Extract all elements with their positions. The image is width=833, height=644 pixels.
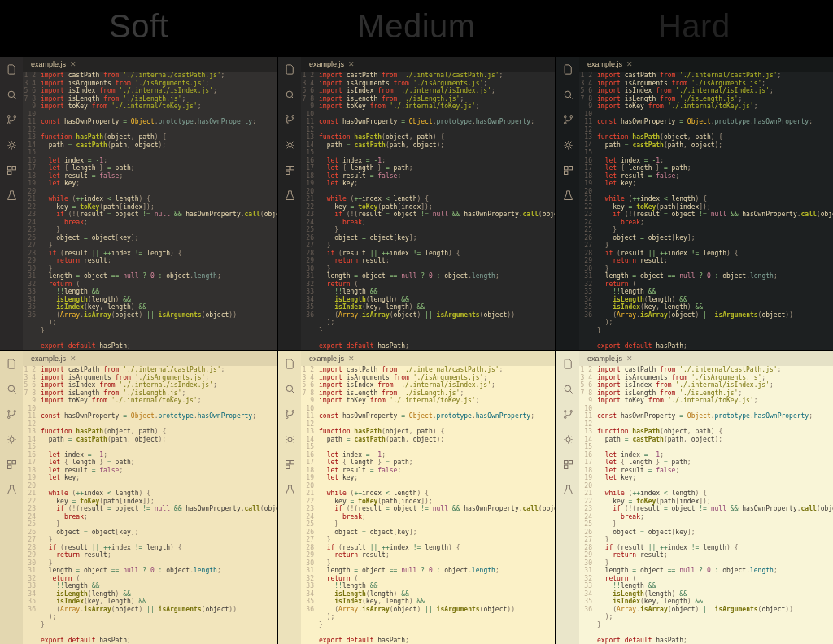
file-tab[interactable]: example.js✕ xyxy=(26,353,81,364)
svg-point-11 xyxy=(292,116,294,119)
svg-point-2 xyxy=(7,122,10,124)
debug-icon[interactable] xyxy=(284,139,296,154)
tab-filename: example.js xyxy=(587,60,622,68)
close-icon[interactable]: ✕ xyxy=(626,60,633,68)
search-icon[interactable] xyxy=(284,89,296,104)
git-branch-icon[interactable] xyxy=(562,114,574,129)
code-content[interactable]: import castPath from './.internal/castPa… xyxy=(319,366,555,644)
svg-rect-45 xyxy=(564,461,567,464)
svg-rect-47 xyxy=(564,465,567,468)
close-icon[interactable]: ✕ xyxy=(626,355,633,363)
svg-point-10 xyxy=(286,122,288,124)
file-tab[interactable]: example.js✕ xyxy=(304,59,360,70)
svg-rect-5 xyxy=(7,167,11,170)
extensions-icon[interactable] xyxy=(284,459,296,474)
activity-bar xyxy=(0,57,23,350)
svg-rect-15 xyxy=(286,171,289,174)
extensions-icon[interactable] xyxy=(6,164,18,180)
extensions-icon[interactable] xyxy=(562,164,574,180)
search-icon[interactable] xyxy=(284,383,296,398)
svg-rect-13 xyxy=(286,167,289,170)
code-editor[interactable]: 1 2 3 4 5 6 7 8 9 10 11 12 13 14 15 16 1… xyxy=(301,366,555,644)
code-content[interactable]: import castPath from './.internal/castPa… xyxy=(597,366,833,644)
svg-point-16 xyxy=(565,91,571,98)
svg-rect-29 xyxy=(7,461,11,464)
files-icon[interactable] xyxy=(6,63,18,79)
git-branch-icon[interactable] xyxy=(284,408,296,424)
svg-point-0 xyxy=(8,91,15,98)
tab-bar: example.js✕ xyxy=(579,57,833,72)
testing-icon[interactable] xyxy=(562,484,574,499)
code-editor[interactable]: 1 2 3 4 5 6 7 8 9 10 11 12 13 14 15 16 1… xyxy=(301,72,555,350)
code-content[interactable]: import castPath from './.internal/castPa… xyxy=(41,72,277,350)
debug-icon[interactable] xyxy=(6,139,18,154)
editor-pane-hard-dark: example.js✕1 2 3 4 5 6 7 8 9 10 11 12 13… xyxy=(556,57,833,350)
debug-icon[interactable] xyxy=(562,433,574,449)
file-tab[interactable]: example.js✕ xyxy=(304,353,360,364)
activity-bar xyxy=(0,351,23,644)
svg-rect-31 xyxy=(7,465,11,468)
debug-icon[interactable] xyxy=(6,433,18,449)
files-icon[interactable] xyxy=(284,358,296,373)
testing-icon[interactable] xyxy=(284,484,296,499)
code-editor[interactable]: 1 2 3 4 5 6 7 8 9 10 11 12 13 14 15 16 1… xyxy=(579,72,833,350)
extensions-icon[interactable] xyxy=(284,164,296,180)
code-content[interactable]: import castPath from './.internal/castPa… xyxy=(41,366,277,644)
testing-icon[interactable] xyxy=(284,189,296,205)
svg-point-42 xyxy=(564,416,566,419)
svg-rect-6 xyxy=(12,167,15,170)
file-tab[interactable]: example.js✕ xyxy=(582,353,638,364)
testing-icon[interactable] xyxy=(6,189,18,205)
search-icon[interactable] xyxy=(6,383,18,398)
files-icon[interactable] xyxy=(6,358,18,373)
files-icon[interactable] xyxy=(562,63,574,79)
svg-rect-22 xyxy=(569,167,572,170)
files-icon[interactable] xyxy=(284,63,296,79)
svg-rect-14 xyxy=(290,167,294,170)
svg-point-4 xyxy=(10,143,14,147)
svg-point-9 xyxy=(286,116,288,119)
close-icon[interactable]: ✕ xyxy=(348,355,355,363)
svg-point-25 xyxy=(7,411,10,413)
close-icon[interactable]: ✕ xyxy=(70,355,76,363)
svg-point-28 xyxy=(10,437,14,442)
git-branch-icon[interactable] xyxy=(562,408,574,424)
search-icon[interactable] xyxy=(562,89,574,104)
testing-icon[interactable] xyxy=(562,189,574,205)
svg-point-20 xyxy=(566,143,570,147)
tab-filename: example.js xyxy=(31,60,66,68)
svg-point-27 xyxy=(14,411,16,413)
code-editor[interactable]: 1 2 3 4 5 6 7 8 9 10 11 12 13 14 15 16 1… xyxy=(23,72,277,350)
svg-rect-46 xyxy=(569,461,572,464)
testing-icon[interactable] xyxy=(6,484,18,499)
svg-point-33 xyxy=(286,411,288,413)
editor-pane-hard-light: example.js✕1 2 3 4 5 6 7 8 9 10 11 12 13… xyxy=(556,351,833,644)
files-icon[interactable] xyxy=(562,358,574,373)
search-icon[interactable] xyxy=(562,383,574,398)
search-icon[interactable] xyxy=(6,89,18,104)
activity-bar xyxy=(278,57,301,350)
debug-icon[interactable] xyxy=(562,139,574,154)
svg-rect-38 xyxy=(290,461,294,464)
heading-medium: Medium xyxy=(277,8,555,45)
git-branch-icon[interactable] xyxy=(6,408,18,424)
line-number-gutter: 1 2 3 4 5 6 7 8 9 10 11 12 13 14 15 16 1… xyxy=(23,72,41,350)
activity-bar xyxy=(556,351,579,644)
tab-filename: example.js xyxy=(309,60,344,68)
svg-rect-30 xyxy=(12,461,15,464)
git-branch-icon[interactable] xyxy=(6,114,18,129)
debug-icon[interactable] xyxy=(284,433,296,449)
extensions-icon[interactable] xyxy=(6,459,18,474)
close-icon[interactable]: ✕ xyxy=(348,60,355,68)
git-branch-icon[interactable] xyxy=(284,114,296,129)
code-editor[interactable]: 1 2 3 4 5 6 7 8 9 10 11 12 13 14 15 16 1… xyxy=(23,366,277,644)
code-content[interactable]: import castPath from './.internal/castPa… xyxy=(597,72,833,350)
code-editor[interactable]: 1 2 3 4 5 6 7 8 9 10 11 12 13 14 15 16 1… xyxy=(579,366,833,644)
close-icon[interactable]: ✕ xyxy=(70,60,76,68)
file-tab[interactable]: example.js✕ xyxy=(582,59,638,70)
extensions-icon[interactable] xyxy=(562,459,574,474)
code-content[interactable]: import castPath from './.internal/castPa… xyxy=(319,72,555,350)
file-tab[interactable]: example.js✕ xyxy=(26,59,81,70)
tab-filename: example.js xyxy=(587,355,622,363)
line-number-gutter: 1 2 3 4 5 6 7 8 9 10 11 12 13 14 15 16 1… xyxy=(579,72,597,350)
